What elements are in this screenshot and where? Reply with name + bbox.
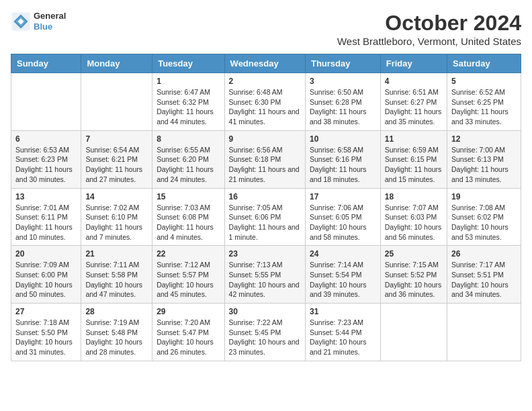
daylight-text: Daylight: 11 hours and 13 minutes. <box>451 165 508 183</box>
sunrise-text: Sunrise: 7:06 AM <box>310 203 363 212</box>
daylight-text: Daylight: 11 hours and 18 minutes. <box>310 165 367 183</box>
calendar-cell-2-1: 14 Sunrise: 7:02 AM Sunset: 6:10 PM Dayl… <box>81 188 152 246</box>
sunset-text: Sunset: 6:08 PM <box>157 213 209 221</box>
day-info: Sunrise: 6:56 AM Sunset: 6:18 PM Dayligh… <box>229 145 301 185</box>
header-wednesday: Wednesday <box>224 54 305 73</box>
calendar-cell-3-4: 24 Sunrise: 7:14 AM Sunset: 5:54 PM Dayl… <box>305 246 380 304</box>
header-sunday: Sunday <box>11 54 81 73</box>
sunset-text: Sunset: 6:18 PM <box>229 155 281 163</box>
daylight-text: Daylight: 10 hours and 42 minutes. <box>229 281 300 299</box>
day-info: Sunrise: 6:55 AM Sunset: 6:20 PM Dayligh… <box>157 145 220 185</box>
daylight-text: Daylight: 11 hours and 21 minutes. <box>229 165 300 183</box>
header-friday: Friday <box>380 54 447 73</box>
day-number: 8 <box>157 134 220 144</box>
day-number: 12 <box>451 134 517 144</box>
sunset-text: Sunset: 6:28 PM <box>310 98 362 106</box>
calendar-cell-3-0: 20 Sunrise: 7:09 AM Sunset: 6:00 PM Dayl… <box>11 246 81 304</box>
sunset-text: Sunset: 5:47 PM <box>157 328 209 336</box>
day-info: Sunrise: 7:02 AM Sunset: 6:10 PM Dayligh… <box>85 203 148 242</box>
sunrise-text: Sunrise: 7:03 AM <box>157 203 210 212</box>
sunset-text: Sunset: 5:55 PM <box>229 271 281 279</box>
sunrise-text: Sunrise: 7:02 AM <box>85 203 139 212</box>
daylight-text: Daylight: 10 hours and 36 minutes. <box>385 281 442 299</box>
day-info: Sunrise: 7:12 AM Sunset: 5:57 PM Dayligh… <box>157 260 220 300</box>
title-section: October 2024 West Brattleboro, Vermont, … <box>337 11 521 47</box>
sunrise-text: Sunrise: 7:18 AM <box>15 318 69 326</box>
daylight-text: Daylight: 11 hours and 15 minutes. <box>385 165 442 183</box>
day-number: 9 <box>229 134 301 144</box>
logo-icon <box>11 11 31 32</box>
day-number: 5 <box>451 77 517 86</box>
daylight-text: Daylight: 11 hours and 38 minutes. <box>310 107 367 126</box>
day-info: Sunrise: 7:18 AM Sunset: 5:50 PM Dayligh… <box>15 318 77 357</box>
day-number: 29 <box>157 307 220 316</box>
calendar-cell-1-1: 7 Sunrise: 6:54 AM Sunset: 6:21 PM Dayli… <box>81 130 152 188</box>
day-info: Sunrise: 6:52 AM Sunset: 6:25 PM Dayligh… <box>451 87 517 127</box>
daylight-text: Daylight: 11 hours and 7 minutes. <box>85 223 142 241</box>
calendar-cell-3-6: 26 Sunrise: 7:17 AM Sunset: 5:51 PM Dayl… <box>447 246 521 304</box>
sunset-text: Sunset: 6:13 PM <box>451 155 504 163</box>
daylight-text: Daylight: 10 hours and 45 minutes. <box>157 281 214 299</box>
calendar-cell-0-3: 2 Sunrise: 6:48 AM Sunset: 6:30 PM Dayli… <box>224 73 305 131</box>
calendar-cell-4-1: 28 Sunrise: 7:19 AM Sunset: 5:48 PM Dayl… <box>81 304 152 361</box>
calendar-cell-0-5: 4 Sunrise: 6:51 AM Sunset: 6:27 PM Dayli… <box>380 73 447 131</box>
calendar-cell-2-0: 13 Sunrise: 7:01 AM Sunset: 6:11 PM Dayl… <box>11 188 81 246</box>
calendar-table: Sunday Monday Tuesday Wednesday Thursday… <box>11 54 521 361</box>
day-info: Sunrise: 7:22 AM Sunset: 5:45 PM Dayligh… <box>229 318 301 357</box>
sunrise-text: Sunrise: 6:48 AM <box>229 88 283 96</box>
day-info: Sunrise: 7:23 AM Sunset: 5:44 PM Dayligh… <box>310 318 376 357</box>
calendar-cell-1-5: 11 Sunrise: 6:59 AM Sunset: 6:15 PM Dayl… <box>380 130 447 188</box>
sunset-text: Sunset: 6:03 PM <box>385 213 437 221</box>
header-tuesday: Tuesday <box>152 54 224 73</box>
sunrise-text: Sunrise: 6:52 AM <box>451 88 505 96</box>
day-info: Sunrise: 7:14 AM Sunset: 5:54 PM Dayligh… <box>310 260 376 300</box>
daylight-text: Daylight: 11 hours and 27 minutes. <box>85 165 142 183</box>
calendar-header: Sunday Monday Tuesday Wednesday Thursday… <box>11 54 521 73</box>
day-info: Sunrise: 7:11 AM Sunset: 5:58 PM Dayligh… <box>85 260 148 300</box>
calendar-cell-4-0: 27 Sunrise: 7:18 AM Sunset: 5:50 PM Dayl… <box>11 304 81 361</box>
sunrise-text: Sunrise: 6:59 AM <box>385 146 439 154</box>
day-info: Sunrise: 7:15 AM Sunset: 5:52 PM Dayligh… <box>385 260 443 300</box>
sunset-text: Sunset: 6:21 PM <box>85 155 138 163</box>
sunset-text: Sunset: 6:20 PM <box>157 155 209 163</box>
calendar-cell-3-1: 21 Sunrise: 7:11 AM Sunset: 5:58 PM Dayl… <box>81 246 152 304</box>
day-info: Sunrise: 7:08 AM Sunset: 6:02 PM Dayligh… <box>451 203 517 242</box>
sunrise-text: Sunrise: 7:07 AM <box>385 203 439 212</box>
day-number: 16 <box>229 192 301 201</box>
calendar-cell-3-5: 25 Sunrise: 7:15 AM Sunset: 5:52 PM Dayl… <box>380 246 447 304</box>
day-number: 11 <box>385 134 443 144</box>
week-row-5: 27 Sunrise: 7:18 AM Sunset: 5:50 PM Dayl… <box>11 304 521 361</box>
sunset-text: Sunset: 5:48 PM <box>85 328 138 336</box>
sunrise-text: Sunrise: 7:12 AM <box>157 261 210 269</box>
daylight-text: Daylight: 11 hours and 10 minutes. <box>15 223 73 241</box>
daylight-text: Daylight: 11 hours and 24 minutes. <box>157 165 214 183</box>
day-info: Sunrise: 7:13 AM Sunset: 5:55 PM Dayligh… <box>229 260 301 300</box>
sunrise-text: Sunrise: 7:00 AM <box>451 146 505 154</box>
header-row: Sunday Monday Tuesday Wednesday Thursday… <box>11 54 521 73</box>
day-number: 30 <box>229 307 301 316</box>
day-number: 20 <box>15 249 77 259</box>
day-info: Sunrise: 6:51 AM Sunset: 6:27 PM Dayligh… <box>385 87 443 127</box>
calendar-cell-4-5 <box>380 304 447 361</box>
calendar-cell-1-6: 12 Sunrise: 7:00 AM Sunset: 6:13 PM Dayl… <box>447 130 521 188</box>
calendar-cell-0-0 <box>11 73 81 131</box>
sunset-text: Sunset: 6:16 PM <box>310 155 362 163</box>
sunrise-text: Sunrise: 6:50 AM <box>310 88 363 96</box>
sunrise-text: Sunrise: 7:20 AM <box>157 318 210 326</box>
day-number: 14 <box>85 192 148 201</box>
daylight-text: Daylight: 11 hours and 30 minutes. <box>15 165 73 183</box>
sunset-text: Sunset: 5:54 PM <box>310 271 362 279</box>
sunset-text: Sunset: 6:23 PM <box>15 155 68 163</box>
day-info: Sunrise: 7:01 AM Sunset: 6:11 PM Dayligh… <box>15 203 77 242</box>
day-number: 2 <box>229 77 301 86</box>
day-info: Sunrise: 7:19 AM Sunset: 5:48 PM Dayligh… <box>85 318 148 357</box>
day-number: 17 <box>310 192 376 201</box>
sunrise-text: Sunrise: 7:09 AM <box>15 261 69 269</box>
sunrise-text: Sunrise: 6:54 AM <box>85 146 139 154</box>
sunset-text: Sunset: 6:30 PM <box>229 98 281 106</box>
day-info: Sunrise: 6:59 AM Sunset: 6:15 PM Dayligh… <box>385 145 443 185</box>
day-number: 18 <box>385 192 443 201</box>
week-row-4: 20 Sunrise: 7:09 AM Sunset: 6:00 PM Dayl… <box>11 246 521 304</box>
daylight-text: Daylight: 11 hours and 44 minutes. <box>157 107 214 126</box>
daylight-text: Daylight: 11 hours and 35 minutes. <box>385 107 442 126</box>
